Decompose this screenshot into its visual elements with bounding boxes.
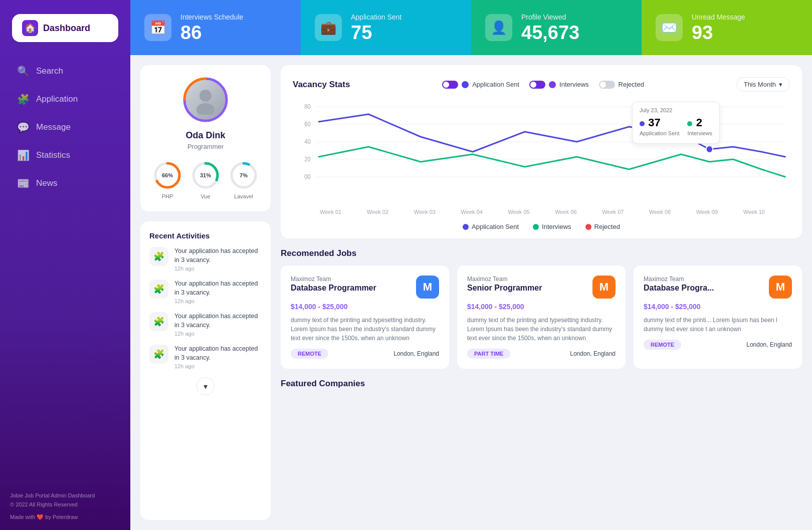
job-location-1: London, England [570, 350, 616, 357]
svg-text:40: 40 [304, 138, 311, 145]
home-icon: 🏠 [22, 20, 38, 36]
legend-dot-interviews [549, 81, 556, 88]
sidebar-item-message[interactable]: 💬 Message [8, 114, 122, 140]
chart-area: 80 60 40 20 00 July 23, 2022 [293, 97, 790, 207]
x-label-w4: Week 04 [461, 209, 483, 215]
left-panel: Oda Dink Programmer 66% PHP [140, 65, 271, 520]
activity-icon-3: 🧩 [149, 345, 168, 364]
skill-laravel: 7% Lavavel [229, 160, 259, 199]
stat-label-profile: Profile Viewed [521, 13, 579, 21]
chevron-down-icon: ▾ [779, 81, 782, 88]
profile-avatar-wrap [183, 77, 228, 122]
legend-label-interviews: Interviews [559, 81, 589, 88]
tooltip-row: 37 Application Sent 2 Interviews [640, 116, 712, 136]
activity-item-1: 🧩 Your application has accepted in 3 vac… [149, 280, 262, 304]
sidebar-item-search[interactable]: 🔍 Search [8, 58, 122, 84]
profile-icon: 👤 [485, 14, 512, 41]
activity-text-2: Your application has accepted in 3 vacan… [174, 312, 262, 330]
stat-label-messages: Unread Message [692, 13, 745, 21]
content-area: Oda Dink Programmer 66% PHP [130, 55, 812, 530]
skill-pct-php: 66% [162, 172, 173, 178]
job-tag-0: REMOTE [291, 349, 328, 359]
footer-dot-app [463, 224, 469, 230]
scroll-down-button[interactable]: ▾ [196, 377, 215, 395]
tooltip-label-app: Application Sent [640, 130, 680, 136]
main-area: 📅 Interviews Schedule 86 💼 Application S… [130, 0, 812, 530]
sidebar-item-statistics[interactable]: 📊 Statistics [8, 142, 122, 168]
job-company-0: Maximoz Team [291, 276, 376, 283]
svg-point-21 [706, 146, 713, 153]
x-label-w5: Week 05 [508, 209, 529, 215]
svg-text:00: 00 [304, 173, 311, 180]
job-title-2: Database Progra... [644, 284, 714, 293]
svg-text:60: 60 [304, 121, 311, 127]
legend-toggle-rejected[interactable] [599, 81, 615, 89]
activity-time-3: 12h ago [174, 363, 262, 369]
activity-icon-1: 🧩 [149, 280, 168, 299]
job-desc-2: dummy text of the printi... Lorem Ipsum … [644, 316, 792, 334]
dashboard-logo[interactable]: 🏠 Dashboard [12, 14, 118, 42]
x-label-w6: Week 06 [555, 209, 576, 215]
skill-label-laravel: Lavavel [234, 193, 253, 199]
job-salary-2: $14,000 - $25,000 [644, 303, 792, 311]
skill-label-vue: Vue [200, 193, 210, 199]
job-tag-1: PART TIME [467, 349, 510, 359]
job-card-2[interactable]: Maximoz Team Database Progra... M $14,00… [634, 266, 802, 369]
sidebar-item-label-news: News [36, 178, 58, 188]
activity-item: 🧩 Your application has accepted in 3 vac… [149, 247, 262, 272]
legend-toggle-interviews[interactable] [529, 81, 545, 89]
profile-ring [183, 77, 228, 122]
sidebar-item-news[interactable]: 📰 News [8, 170, 122, 196]
profile-skills: 66% PHP 31% Vue [152, 160, 259, 199]
footer-legend-rej: Rejected [585, 223, 620, 230]
profile-card: Oda Dink Programmer 66% PHP [140, 65, 271, 211]
chart-tooltip: July 23, 2022 37 Application Sent [632, 102, 720, 144]
stat-value-profile: 45,673 [521, 23, 579, 42]
stat-value-messages: 93 [692, 23, 745, 42]
footer-label-app: Application Sent [472, 223, 519, 230]
job-title-1: Senior Programmer [467, 284, 542, 293]
svg-text:20: 20 [304, 156, 311, 162]
tooltip-label-int: Interviews [687, 130, 712, 136]
job-logo-2: M [769, 276, 792, 299]
job-card-1[interactable]: Maximoz Team Senior Programmer M $14,000… [457, 266, 626, 369]
jobs-grid: Maximoz Team Database Programmer M $14,0… [281, 266, 802, 369]
footer-label-int: Interviews [542, 223, 571, 230]
skill-vue: 31% Vue [190, 160, 221, 199]
news-icon: 📰 [17, 177, 29, 189]
svg-text:80: 80 [304, 103, 311, 110]
skill-pct-laravel: 7% [240, 172, 248, 178]
job-title-0: Database Programmer [291, 284, 376, 293]
activity-item-3: 🧩 Your application has accepted in 3 vac… [149, 345, 262, 369]
skill-label-php: PHP [162, 193, 173, 199]
heart-icon: ❤️ [37, 514, 45, 520]
sidebar-item-application[interactable]: 🧩 Application [8, 86, 122, 112]
this-month-button[interactable]: This Month ▾ [736, 77, 790, 92]
briefcase-icon: 💼 [315, 14, 342, 41]
skill-php: 66% PHP [152, 160, 182, 199]
job-card-0[interactable]: Maximoz Team Database Programmer M $14,0… [281, 266, 449, 369]
legend-toggle-app-sent[interactable] [442, 81, 458, 89]
legend-label-app-sent: Application Sent [472, 81, 519, 88]
featured-companies-section: Featured Companies [281, 379, 802, 396]
stat-card-interviews: 📅 Interviews Schedule 86 [130, 0, 301, 55]
job-company-2: Maximoz Team [644, 276, 714, 283]
footer-legend-app: Application Sent [463, 223, 519, 230]
activity-time-2: 12h ago [174, 331, 262, 337]
tooltip-date: July 23, 2022 [640, 107, 712, 113]
activities-title: Recent Activities [149, 231, 262, 240]
job-company-1: Maximoz Team [467, 276, 542, 283]
legend-app-sent: Application Sent [442, 81, 519, 89]
tooltip-val-app: 37 [648, 116, 660, 129]
sidebar-logo-area: 🏠 Dashboard [0, 0, 130, 58]
footer-dot-rej [585, 224, 591, 230]
recommended-jobs-section: Recomended Jobs Maximoz Team Database Pr… [281, 248, 802, 369]
stat-card-applications: 💼 Application Sent 75 [301, 0, 471, 55]
chart-x-labels: Week 01 Week 02 Week 03 Week 04 Week 05 … [293, 207, 790, 215]
activity-icon-0: 🧩 [149, 247, 168, 266]
skill-pct-vue: 31% [200, 172, 211, 178]
activity-time-1: 12h ago [174, 298, 262, 304]
activity-text-3: Your application has accepted in 3 vacan… [174, 345, 262, 362]
activity-time-0: 12h ago [174, 266, 262, 272]
job-desc-0: dummy text of the printing and typesetti… [291, 316, 439, 343]
